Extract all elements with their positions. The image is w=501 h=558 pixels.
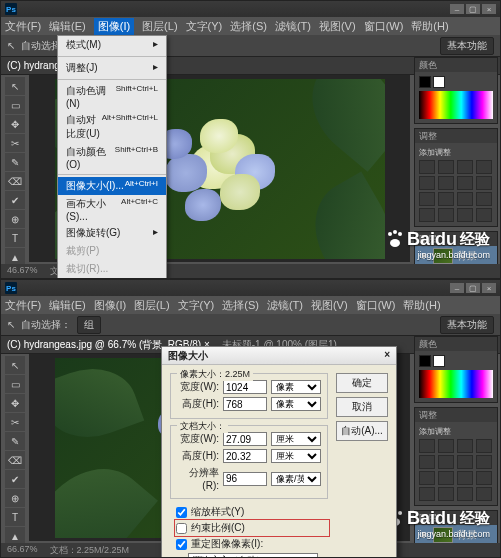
adjustment-button[interactable] bbox=[419, 487, 435, 501]
foreground-swatch[interactable] bbox=[419, 76, 431, 88]
workspace-switcher[interactable]: 基本功能 bbox=[440, 37, 494, 55]
zoom-level[interactable]: 46.67% bbox=[7, 265, 38, 277]
adjustment-button[interactable] bbox=[457, 160, 473, 174]
adjustment-button[interactable] bbox=[457, 439, 473, 453]
menu-select[interactable]: 选择(S) bbox=[230, 19, 267, 34]
width-unit-select[interactable]: 像素 bbox=[271, 380, 321, 394]
eraser-tool[interactable]: ⌫ bbox=[5, 172, 25, 190]
menu-window[interactable]: 窗口(W) bbox=[364, 19, 404, 34]
menu-item-auto-contrast[interactable]: 自动对比度(U)Alt+Shift+Ctrl+L bbox=[58, 111, 166, 143]
workspace-switcher[interactable]: 基本功能 bbox=[440, 316, 494, 334]
color-tab[interactable]: 颜色 bbox=[419, 339, 437, 349]
adjustment-button[interactable] bbox=[457, 192, 473, 206]
crop-tool[interactable]: ✂ bbox=[5, 134, 25, 152]
dialog-titlebar[interactable]: 图像大小 × bbox=[162, 347, 396, 365]
auto-select-dropdown[interactable]: 组 bbox=[77, 316, 101, 334]
adjustment-button[interactable] bbox=[419, 192, 435, 206]
adjustment-button[interactable] bbox=[476, 160, 492, 174]
adjustment-button[interactable] bbox=[438, 455, 454, 469]
adjustment-button[interactable] bbox=[476, 439, 492, 453]
resample-method-select[interactable]: 两次立方（自动） bbox=[188, 553, 318, 558]
adjustments-tab[interactable]: 调整 bbox=[419, 131, 437, 141]
adjustment-button[interactable] bbox=[476, 455, 492, 469]
menu-file[interactable]: 文件(F) bbox=[5, 298, 41, 313]
minimize-button[interactable]: – bbox=[450, 4, 464, 14]
adjustment-button[interactable] bbox=[457, 471, 473, 485]
lasso-tool[interactable]: ✥ bbox=[5, 115, 25, 133]
adjustment-button[interactable] bbox=[419, 455, 435, 469]
adjustment-button[interactable] bbox=[438, 439, 454, 453]
maximize-button[interactable]: ▢ bbox=[466, 283, 480, 293]
move-tool[interactable]: ↖ bbox=[5, 77, 25, 95]
resolution-input[interactable] bbox=[223, 472, 267, 486]
adjustment-button[interactable] bbox=[419, 439, 435, 453]
menu-type[interactable]: 文字(Y) bbox=[186, 19, 223, 34]
zoom-level[interactable]: 66.67% bbox=[7, 544, 38, 556]
menu-filter[interactable]: 滤镜(T) bbox=[275, 19, 311, 34]
menu-window[interactable]: 窗口(W) bbox=[356, 298, 396, 313]
menu-edit[interactable]: 编辑(E) bbox=[49, 19, 86, 34]
menu-select[interactable]: 选择(S) bbox=[222, 298, 259, 313]
menu-item-trim[interactable]: 裁切(R)... bbox=[58, 260, 166, 278]
adjustment-button[interactable] bbox=[419, 160, 435, 174]
lasso-tool[interactable]: ✥ bbox=[5, 394, 25, 412]
menu-help[interactable]: 帮助(H) bbox=[403, 298, 440, 313]
width-px-input[interactable] bbox=[223, 380, 267, 394]
height-unit-select[interactable]: 像素 bbox=[271, 397, 321, 411]
type-tool[interactable]: T bbox=[5, 229, 25, 247]
menu-item-auto-color[interactable]: 自动颜色(O)Shift+Ctrl+B bbox=[58, 143, 166, 172]
heal-tool[interactable]: ✔ bbox=[5, 470, 25, 488]
adjustment-button[interactable] bbox=[438, 471, 454, 485]
menu-item-image-rotation[interactable]: 图像旋转(G)▸ bbox=[58, 224, 166, 242]
adjustment-button[interactable] bbox=[438, 208, 454, 222]
adjustment-button[interactable] bbox=[419, 176, 435, 190]
resolution-unit-select[interactable]: 像素/英寸 bbox=[271, 472, 321, 486]
minimize-button[interactable]: – bbox=[450, 283, 464, 293]
adjustment-button[interactable] bbox=[457, 208, 473, 222]
adjustment-button[interactable] bbox=[457, 487, 473, 501]
adjustment-button[interactable] bbox=[476, 208, 492, 222]
gradient-tool[interactable]: ⊕ bbox=[5, 210, 25, 228]
menu-item-mode[interactable]: 模式(M)▸ bbox=[58, 36, 166, 54]
brush-tool[interactable]: ✎ bbox=[5, 432, 25, 450]
menu-view[interactable]: 视图(V) bbox=[319, 19, 356, 34]
menu-edit[interactable]: 编辑(E) bbox=[49, 298, 86, 313]
menu-layer[interactable]: 图层(L) bbox=[142, 19, 177, 34]
height-px-input[interactable] bbox=[223, 397, 267, 411]
move-tool[interactable]: ↖ bbox=[5, 356, 25, 374]
width-doc-unit-select[interactable]: 厘米 bbox=[271, 432, 321, 446]
menu-image[interactable]: 图像(I) bbox=[94, 18, 134, 35]
menu-image[interactable]: 图像(I) bbox=[94, 298, 126, 313]
menu-view[interactable]: 视图(V) bbox=[311, 298, 348, 313]
menu-item-auto-tone[interactable]: 自动色调(N)Shift+Ctrl+L bbox=[58, 82, 166, 111]
adjustment-button[interactable] bbox=[457, 455, 473, 469]
marquee-tool[interactable]: ▭ bbox=[5, 96, 25, 114]
menu-file[interactable]: 文件(F) bbox=[5, 19, 41, 34]
close-button[interactable]: × bbox=[482, 4, 496, 14]
adjustment-button[interactable] bbox=[438, 192, 454, 206]
auto-button[interactable]: 自动(A)... bbox=[336, 421, 388, 441]
adjustment-button[interactable] bbox=[438, 487, 454, 501]
type-tool[interactable]: T bbox=[5, 508, 25, 526]
close-button[interactable]: × bbox=[482, 283, 496, 293]
color-ramp[interactable] bbox=[419, 370, 493, 398]
menu-type[interactable]: 文字(Y) bbox=[178, 298, 215, 313]
adjustment-button[interactable] bbox=[476, 176, 492, 190]
dialog-close-icon[interactable]: × bbox=[384, 349, 390, 362]
adjustment-button[interactable] bbox=[476, 192, 492, 206]
brush-tool[interactable]: ✎ bbox=[5, 153, 25, 171]
gradient-tool[interactable]: ⊕ bbox=[5, 489, 25, 507]
constrain-proportions-checkbox[interactable]: 约束比例(C) bbox=[176, 521, 328, 535]
adjustments-tab[interactable]: 调整 bbox=[419, 410, 437, 420]
menu-filter[interactable]: 滤镜(T) bbox=[267, 298, 303, 313]
heal-tool[interactable]: ✔ bbox=[5, 191, 25, 209]
marquee-tool[interactable]: ▭ bbox=[5, 375, 25, 393]
adjustment-button[interactable] bbox=[438, 176, 454, 190]
eraser-tool[interactable]: ⌫ bbox=[5, 451, 25, 469]
menu-item-canvas-size[interactable]: 画布大小(S)...Alt+Ctrl+C bbox=[58, 195, 166, 224]
menu-layer[interactable]: 图层(L) bbox=[134, 298, 169, 313]
scale-styles-checkbox[interactable]: 缩放样式(Y) bbox=[176, 505, 328, 519]
color-ramp[interactable] bbox=[419, 91, 493, 119]
resample-checkbox[interactable]: 重定图像像素(I): bbox=[176, 537, 328, 551]
foreground-swatch[interactable] bbox=[419, 355, 431, 367]
